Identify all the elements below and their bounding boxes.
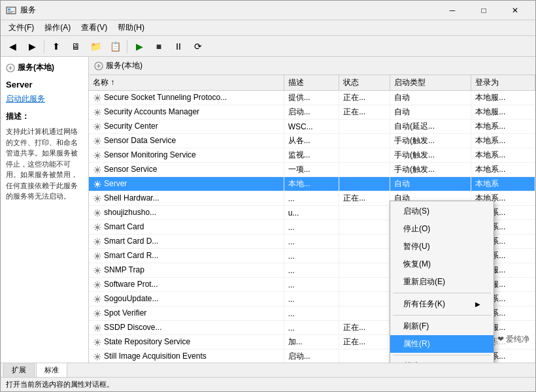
service-cell: 一项...	[284, 163, 339, 177]
gear-icon	[93, 252, 102, 261]
service-icon	[93, 265, 104, 274]
maximize-button[interactable]: □	[469, 1, 499, 20]
content-area: 服务(本地) Server 启动此服务 描述： 支持此计算机通过网络的文件、打印…	[1, 57, 535, 363]
folder-button[interactable]: 📁	[86, 38, 105, 55]
service-icon	[93, 136, 104, 145]
service-cell	[339, 350, 390, 363]
service-icon	[93, 107, 104, 116]
service-cell: 本地系	[471, 177, 535, 191]
tab-standard[interactable]: 标准	[36, 363, 67, 378]
service-cell	[339, 177, 390, 191]
gear-icon	[93, 280, 102, 289]
stop-button[interactable]: ■	[150, 38, 168, 55]
service-cell: WSC...	[284, 120, 339, 134]
up-button[interactable]: ⬆	[47, 38, 65, 55]
toolbar-sep-2	[127, 40, 127, 53]
service-cell: 本地服...	[471, 91, 535, 105]
context-menu-item-label: 帮助(H)	[403, 361, 430, 363]
svg-point-11	[96, 168, 99, 171]
context-menu-item[interactable]: 启动(S)	[390, 203, 494, 220]
col-status[interactable]: 状态	[339, 75, 390, 91]
table-row[interactable]: Server本地...自动本地系	[89, 177, 535, 191]
menu-item-f[interactable]: 文件(F)	[3, 21, 39, 35]
table-row[interactable]: Security CenterWSC...自动(延迟...本地系...	[89, 120, 535, 134]
service-name: Security Center	[89, 120, 284, 134]
svg-point-9	[96, 139, 99, 142]
menu-item-v[interactable]: 查看(V)	[76, 21, 112, 35]
col-name[interactable]: 名称 ↑	[89, 75, 284, 91]
context-menu-item[interactable]: 恢复(M)	[390, 255, 494, 273]
pause-button[interactable]: ⏸	[169, 38, 188, 55]
context-menu-item-label: 所有任务(K)	[403, 299, 445, 310]
service-cell: 自动	[390, 105, 471, 120]
minimize-button[interactable]: ─	[437, 1, 467, 20]
col-desc[interactable]: 描述	[284, 75, 339, 91]
table-row[interactable]: Secure Socket Tunneling Protoco...提供...正…	[89, 91, 535, 105]
menu-item-a[interactable]: 操作(A)	[39, 21, 76, 35]
context-menu-item[interactable]: 所有任务(K)▶	[390, 295, 494, 313]
tab-extended[interactable]: 扩展	[3, 363, 35, 377]
service-icon	[93, 280, 104, 289]
service-icon	[93, 165, 104, 174]
context-menu-item[interactable]: 重新启动(E)	[390, 273, 494, 291]
service-cell: 从各...	[284, 134, 339, 148]
sidebar-action-link[interactable]: 启动此服务	[6, 93, 83, 105]
service-cell: 正在...	[339, 91, 390, 105]
service-cell	[339, 206, 390, 220]
service-cell	[339, 120, 390, 134]
service-cell: 启动...	[284, 105, 339, 120]
service-icon	[93, 237, 104, 246]
tab-bar: 扩展 标准	[1, 363, 535, 377]
copy-button[interactable]: 📋	[106, 38, 124, 55]
service-cell: u...	[284, 206, 339, 220]
table-row[interactable]: Security Accounts Manager启动...正在...自动本地服…	[89, 105, 535, 120]
play-button[interactable]: ▶	[130, 38, 148, 55]
service-name: Smart Card R...	[89, 249, 284, 263]
service-cell: ...	[284, 321, 339, 335]
table-row[interactable]: Sensor Service一项...手动(触发...本地系...	[89, 163, 535, 177]
service-icon	[93, 150, 104, 159]
gear-icon	[93, 151, 102, 160]
window-controls: ─ □ ✕	[437, 1, 530, 20]
menu-bar: 文件(F)操作(A)查看(V)帮助(H)	[1, 20, 535, 36]
context-menu-item[interactable]: 属性(R)	[390, 335, 494, 353]
svg-point-14	[96, 211, 99, 214]
back-button[interactable]: ◀	[3, 38, 22, 55]
service-name: State Repository Service	[89, 335, 284, 350]
context-menu-item[interactable]: 暂停(U)	[390, 238, 494, 255]
svg-point-23	[96, 340, 99, 344]
col-login[interactable]: 登录为	[471, 75, 535, 91]
context-menu-item-label: 恢复(M)	[403, 259, 431, 270]
table-row[interactable]: Sensor Monitoring Service监视...手动(触发...本地…	[89, 148, 535, 163]
context-menu-item-label: 启动(S)	[403, 206, 429, 217]
sidebar-desc-title: 描述：	[6, 111, 83, 122]
context-menu-item[interactable]: 停止(O)	[390, 220, 494, 238]
sidebar-title: 服务(本地)	[6, 62, 83, 73]
service-name: SNMP Trap	[89, 263, 284, 278]
close-button[interactable]: ✕	[500, 1, 530, 20]
service-cell: 本地系...	[471, 134, 535, 148]
service-icon	[93, 308, 104, 318]
forward-button[interactable]: ▶	[23, 38, 41, 55]
service-icon	[93, 337, 104, 346]
context-menu-item[interactable]: 刷新(F)	[390, 318, 494, 335]
gear-icon	[93, 208, 102, 218]
gear-icon	[93, 323, 102, 333]
context-menu-item-label: 属性(R)	[403, 338, 430, 350]
service-cell: 启动...	[284, 350, 339, 363]
menu-item-h[interactable]: 帮助(H)	[112, 21, 150, 35]
service-name: Sensor Monitoring Service	[89, 148, 284, 163]
window-title: 服务	[20, 5, 437, 16]
table-row[interactable]: Sensor Data Service从各...手动(触发...本地系...	[89, 134, 535, 148]
restart-button[interactable]: ⟳	[189, 38, 207, 55]
context-menu-item[interactable]: 帮助(H)	[390, 357, 494, 363]
context-menu-item-label: 刷新(F)	[403, 321, 429, 332]
main-panel-title: 服务(本地)	[106, 60, 142, 71]
svg-point-21	[96, 312, 99, 315]
col-startup[interactable]: 启动类型	[390, 75, 471, 91]
service-cell: ...	[284, 278, 339, 292]
service-name: Shell Hardwar...	[89, 191, 284, 206]
service-name: shoujizhusho...	[89, 206, 284, 220]
svg-point-19	[96, 283, 99, 286]
show-hide-button[interactable]: 🖥	[67, 38, 85, 55]
